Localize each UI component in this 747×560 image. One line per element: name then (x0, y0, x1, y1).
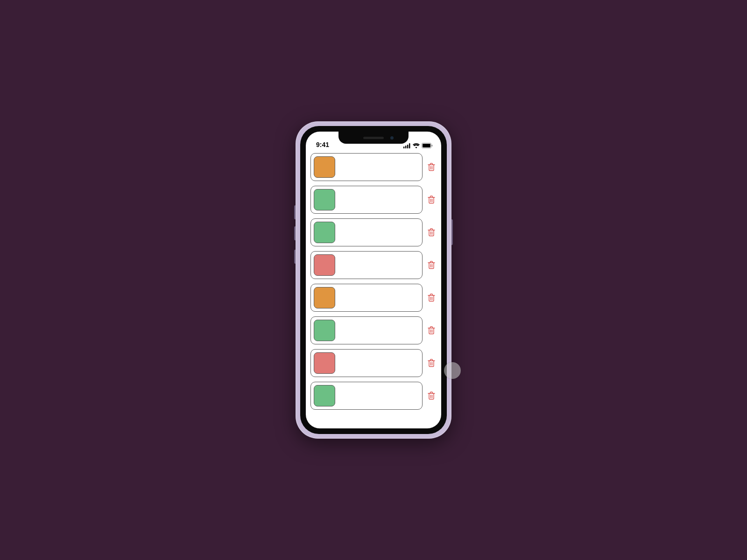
svg-rect-2 (407, 145, 409, 148)
color-swatch (314, 156, 335, 178)
item-card[interactable] (310, 218, 423, 246)
list-item (310, 218, 437, 246)
color-swatch (314, 352, 335, 374)
list-item (310, 316, 437, 344)
list-item (310, 186, 437, 214)
list-item (310, 284, 437, 312)
trash-icon[interactable] (426, 162, 437, 172)
phone-frame: 9:41 (296, 121, 451, 439)
item-card[interactable] (310, 382, 423, 410)
color-swatch (314, 254, 335, 276)
item-card[interactable] (310, 251, 423, 279)
notch (338, 132, 409, 144)
svg-rect-3 (409, 143, 410, 148)
color-swatch (314, 222, 335, 243)
speaker (363, 137, 384, 139)
trash-icon[interactable] (426, 325, 437, 336)
item-list[interactable] (306, 150, 441, 428)
front-camera (390, 136, 394, 140)
wifi-icon (413, 143, 420, 148)
touch-indicator (444, 362, 461, 379)
trash-icon[interactable] (426, 195, 437, 205)
list-item (310, 382, 437, 410)
svg-rect-6 (432, 145, 433, 147)
item-card[interactable] (310, 316, 423, 344)
item-card[interactable] (310, 284, 423, 312)
status-time: 9:41 (316, 141, 329, 148)
battery-icon (422, 143, 433, 148)
list-item (310, 349, 437, 377)
item-card[interactable] (310, 153, 423, 181)
cellular-signal-icon (403, 143, 411, 148)
phone-screen: 9:41 (306, 132, 441, 428)
trash-icon[interactable] (426, 227, 437, 238)
trash-icon[interactable] (426, 358, 437, 368)
color-swatch (314, 189, 335, 210)
item-card[interactable] (310, 186, 423, 214)
svg-rect-1 (405, 146, 407, 148)
color-swatch (314, 385, 335, 406)
svg-rect-5 (423, 144, 430, 147)
trash-icon[interactable] (426, 391, 437, 401)
trash-icon[interactable] (426, 293, 437, 303)
trash-icon[interactable] (426, 260, 437, 270)
color-swatch (314, 287, 335, 308)
list-item (310, 251, 437, 279)
list-item (310, 153, 437, 181)
item-card[interactable] (310, 349, 423, 377)
phone-bezel: 9:41 (300, 126, 447, 434)
color-swatch (314, 320, 335, 341)
svg-rect-0 (403, 147, 405, 148)
